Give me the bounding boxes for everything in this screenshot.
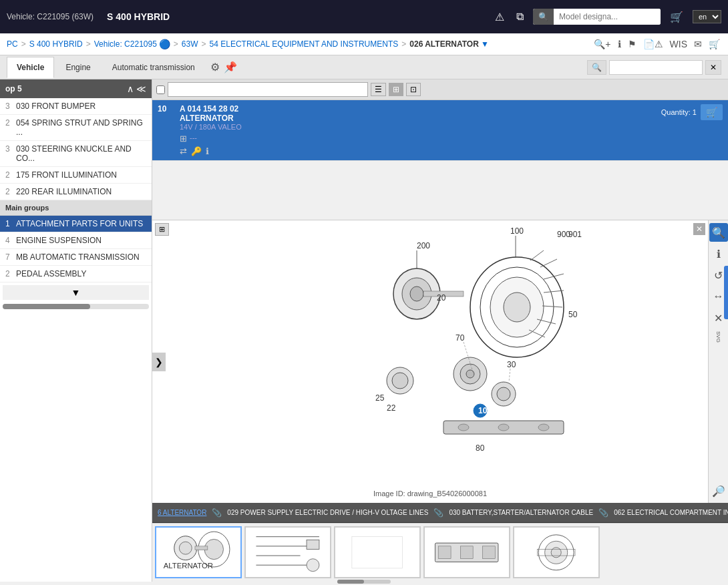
svg-text:100: 100 — [510, 226, 524, 236]
diagram-nav-left-btn[interactable]: ❯ — [152, 353, 166, 371]
parts-detail-view-btn[interactable]: ⊡ — [406, 83, 421, 96]
parts-grid-view-btn[interactable]: ⊞ — [389, 83, 403, 96]
thumb-svg-1 — [250, 530, 325, 575]
top-bar: Vehicle: C221095 (63W) S 400 HYBRID ⚠ ⧉ … — [0, 0, 728, 33]
thumbnail-2[interactable] — [334, 526, 421, 578]
thumbnail-4[interactable] — [513, 526, 600, 578]
svg-text:30: 30 — [507, 360, 516, 369]
filter-breadcrumb-btn[interactable]: ⚑ — [626, 37, 638, 51]
svg-rect-56 — [307, 540, 319, 549]
sidebar-item-0[interactable]: 3 030 FRONT BUMPER — [0, 98, 152, 115]
breadcrumb-tools: 🔍+ ℹ ⚑ 📄⚠ WIS ✉ 🛒 — [592, 37, 721, 51]
breadcrumb-dropdown-icon[interactable]: ▼ — [481, 39, 489, 49]
part-icons: ⊞ --- — [180, 134, 656, 144]
thumbnail-0[interactable]: ALTERNATOR — [155, 526, 242, 578]
part-quantity-area: Quantity: 1 🛒 — [661, 104, 723, 120]
svg-point-19 — [538, 424, 549, 431]
part-number: A 014 154 28 02 — [180, 104, 656, 114]
vehicle-id: Vehicle: C221095 (63W) — [7, 12, 94, 21]
breadcrumb-pc[interactable]: PC — [7, 39, 18, 49]
svg-text:10: 10 — [478, 406, 488, 415]
sidebar-scrollbar-thumb — [3, 304, 90, 309]
thumbnail-3[interactable] — [423, 526, 510, 578]
model-search-box: 🔍 — [533, 9, 661, 25]
mail-breadcrumb-btn[interactable]: ✉ — [693, 37, 703, 51]
parts-list-view-btn[interactable]: ☰ — [371, 83, 386, 96]
sidebar-item-3[interactable]: 2 175 FRONT ILLUMINATION — [0, 167, 152, 184]
sidebar-item-1[interactable]: 2 054 SPRING STRUT AND SPRING ... — [0, 115, 152, 141]
tab-icons: ⚙ 📌 — [210, 61, 237, 73]
cart-top-btn[interactable]: 🛒 — [667, 9, 686, 25]
zoom-breadcrumb-btn[interactable]: 🔍+ — [592, 37, 612, 51]
sidebar-scrollbar[interactable] — [3, 304, 149, 309]
add-to-cart-btn[interactable]: 🛒 — [701, 104, 723, 120]
svg-rect-63 — [461, 546, 474, 559]
tabs-search-btn[interactable]: 🔍 — [587, 60, 606, 75]
sidebar-collapse-btn[interactable]: ∧ — [127, 83, 134, 94]
tab-automatic-transmission[interactable]: Automatic transmission — [102, 57, 205, 78]
sidebar-group-title: op 5 — [5, 84, 22, 93]
thumbnail-1[interactable] — [244, 526, 331, 578]
part-info-icon[interactable]: ℹ — [206, 146, 209, 156]
copy-icon-btn[interactable]: ⧉ — [514, 9, 526, 24]
part-exchange-icon[interactable]: ⇄ — [180, 146, 187, 156]
svg-text:80: 80 — [476, 443, 485, 453]
svg-point-18 — [498, 424, 509, 431]
thumbnail-scrollbar[interactable] — [337, 580, 391, 582]
wis-breadcrumb-btn[interactable]: WIS — [669, 37, 689, 51]
breadcrumb-vehicle[interactable]: Vehicle: C221095 — [94, 39, 157, 49]
sidebar-scroll-down-btn[interactable]: ▼ — [3, 285, 149, 300]
sidebar-scroll-down[interactable]: ▼ — [0, 282, 152, 303]
part-key-icon[interactable]: 🔑 — [191, 146, 202, 156]
diagram-expand-btn[interactable]: ⊞ — [155, 223, 169, 236]
part-name-label: ALTERNATOR — [180, 114, 656, 123]
thumb-svg-2 — [339, 530, 415, 575]
tab-engine[interactable]: Engine — [55, 57, 100, 78]
sidebar-main-item-2[interactable]: 7 MB AUTOMATIC TRANSMISSION — [0, 249, 152, 266]
lang-select[interactable]: en de — [693, 10, 721, 23]
model-search-btn[interactable]: 🔍 — [533, 9, 554, 25]
sidebar-item-label-4: 220 REAR ILLUMINATION — [16, 187, 112, 196]
parts-toolbar: ☰ ⊞ ⊡ — [152, 79, 728, 100]
breadcrumb-s400[interactable]: S 400 HYBRID — [29, 39, 83, 49]
report-breadcrumb-btn[interactable]: 📄⚠ — [642, 37, 665, 51]
sidebar-main-item-0[interactable]: 1 ATTACHMENT PARTS FOR UNITS — [0, 216, 152, 232]
tab-pin-icon[interactable]: 📌 — [224, 61, 237, 73]
sidebar-expand-btn[interactable]: ≪ — [136, 83, 146, 94]
top-bar-right: ⚠ ⧉ 🔍 🛒 en de — [492, 9, 721, 25]
cart-breadcrumb-btn[interactable]: 🛒 — [707, 37, 721, 51]
sidebar-item-2[interactable]: 3 030 STEERING KNUCKLE AND CO... — [0, 141, 152, 167]
bottom-tab-2[interactable]: 030 BATTERY,STARTER/ALTERNATOR CABLE — [446, 508, 596, 518]
part-row-0[interactable]: 10 A 014 154 28 02 ALTERNATOR 14V / 180A… — [152, 100, 728, 161]
right-tool-info[interactable]: ℹ — [709, 244, 728, 263]
part-grid-icon[interactable]: ⊞ — [180, 134, 187, 144]
parts-select-all[interactable] — [156, 85, 165, 94]
bottom-tab-3[interactable]: 062 ELECTRICAL COMPARTMENT IN CO-DRIV... — [611, 508, 728, 518]
thumbnail-scrollbar-thumb — [337, 580, 364, 582]
sidebar-main-item-1[interactable]: 4 ENGINE SUSPENSION — [0, 232, 152, 249]
parts-search-input[interactable] — [168, 82, 368, 97]
bottom-tab-1[interactable]: 029 POWER SUPPLY ELECTRIC DRIVE / HIGH-V… — [224, 508, 431, 518]
right-tool-zoom-out[interactable]: 🔎 — [709, 481, 728, 500]
bottom-tab-0[interactable]: 6 ALTERNATOR — [155, 508, 209, 518]
svg-rect-49 — [195, 546, 208, 550]
right-tool-zoom-in[interactable]: 🔍 — [709, 223, 728, 242]
svg-text:22: 22 — [387, 403, 396, 413]
right-tool-svg[interactable]: SVG — [714, 330, 723, 344]
sidebar-item-4[interactable]: 2 220 REAR ILLUMINATION — [0, 184, 152, 200]
right-panel-handle[interactable] — [724, 266, 728, 319]
vehicle-info-icon[interactable]: 🔵 — [159, 39, 170, 49]
diagram-close-btn[interactable]: ✕ — [693, 223, 705, 235]
tabs-search-clear[interactable]: ✕ — [705, 60, 721, 75]
tab-vehicle[interactable]: Vehicle — [7, 57, 54, 78]
tabs-search: 🔍 ✕ — [587, 60, 721, 75]
tab-settings-icon[interactable]: ⚙ — [210, 61, 220, 73]
breadcrumb-54elec[interactable]: 54 ELECTRICAL EQUIPMENT AND INSTRUMENTS — [210, 39, 399, 49]
model-search-input[interactable] — [554, 9, 661, 25]
model-name: S 400 HYBRID — [107, 11, 170, 22]
breadcrumb-63w[interactable]: 63W — [182, 39, 198, 49]
info-breadcrumb-btn[interactable]: ℹ — [616, 37, 622, 51]
sidebar-main-item-3[interactable]: 2 PEDAL ASSEMBLY — [0, 266, 152, 282]
tabs-search-input[interactable] — [609, 60, 703, 75]
warning-icon-btn[interactable]: ⚠ — [492, 9, 507, 25]
